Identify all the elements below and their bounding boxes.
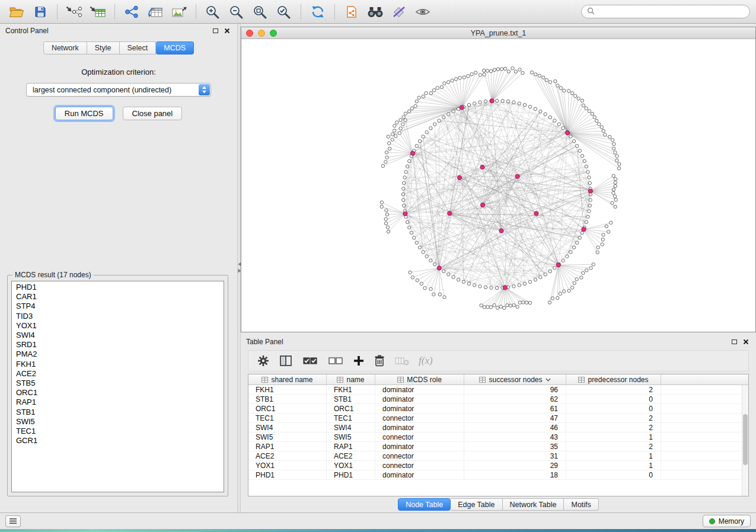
control-panel-close-button[interactable] xyxy=(222,26,232,36)
table-row[interactable]: YOX1YOX1connector291 xyxy=(248,461,748,470)
export-image-button[interactable] xyxy=(168,3,190,21)
tab-network-table[interactable]: Network Table xyxy=(503,498,564,511)
result-node[interactable]: FKH1 xyxy=(16,360,224,369)
result-node[interactable]: SWI4 xyxy=(16,331,224,340)
table-panel: Table Panel f(x) shared namenameMC xyxy=(241,335,756,512)
result-node[interactable]: RAP1 xyxy=(16,398,224,407)
column-header-predecessor-nodes[interactable]: predecessor nodes xyxy=(566,374,661,384)
table-scrollbar[interactable] xyxy=(742,385,748,496)
save-session-button[interactable] xyxy=(30,3,51,21)
column-settings-button[interactable] xyxy=(257,352,270,370)
result-node[interactable]: STP4 xyxy=(16,302,224,311)
export-document-button[interactable] xyxy=(341,3,362,21)
node-table-body: FKH1FKH1dominator962STB1STB1dominator620… xyxy=(248,385,748,480)
search-box[interactable] xyxy=(581,5,750,18)
result-node[interactable]: PMA2 xyxy=(16,350,224,359)
cell-filler xyxy=(661,470,748,479)
zoom-in-button[interactable] xyxy=(202,3,224,21)
zoom-out-button[interactable] xyxy=(226,3,247,21)
network-canvas[interactable] xyxy=(241,39,755,332)
tab-edge-table[interactable]: Edge Table xyxy=(451,498,502,511)
tab-motifs[interactable]: Motifs xyxy=(564,498,598,511)
panel-splitter[interactable] xyxy=(237,24,241,512)
table-row[interactable]: RAP1RAP1dominator352 xyxy=(248,442,748,451)
toolbar-separator xyxy=(114,4,115,20)
table-row[interactable]: ORC1ORC1dominator610 xyxy=(248,404,748,414)
tab-node-table[interactable]: Node Table xyxy=(398,498,451,511)
criterion-select[interactable]: largest connected component (undirected) xyxy=(26,83,211,97)
tab-select[interactable]: Select xyxy=(120,41,157,55)
network-window-titlebar[interactable]: YPA_prune.txt_1 xyxy=(241,27,755,39)
result-node[interactable]: YOX1 xyxy=(16,321,224,331)
import-network-button[interactable] xyxy=(63,3,85,21)
table-row[interactable]: PHD1PHD1dominator180 xyxy=(248,470,748,480)
memory-button[interactable]: Memory xyxy=(703,515,751,527)
panel-menu-button[interactable] xyxy=(5,515,21,527)
function-builder-button[interactable]: f(x) xyxy=(419,352,433,370)
first-neighbors-button[interactable] xyxy=(365,3,386,21)
result-node[interactable]: CAR1 xyxy=(16,292,224,302)
cell-name: ORC1 xyxy=(327,404,375,413)
search-input[interactable] xyxy=(598,8,744,16)
floppy-icon xyxy=(34,5,47,18)
result-node[interactable]: TEC1 xyxy=(16,427,224,436)
column-header-mcds-role[interactable]: MCDS role xyxy=(375,374,464,384)
result-node[interactable]: ORC1 xyxy=(16,388,224,398)
result-node[interactable]: ACE2 xyxy=(16,369,224,379)
deselect-all-button[interactable] xyxy=(327,352,344,370)
cell-shared-name: ACE2 xyxy=(248,451,327,460)
delete-column-button[interactable] xyxy=(394,352,410,370)
table-row[interactable]: TEC1TEC1connector472 xyxy=(248,414,748,423)
network-graph[interactable] xyxy=(241,39,755,332)
cell-filler xyxy=(661,395,748,403)
open-session-button[interactable] xyxy=(6,3,27,21)
result-node[interactable]: STB1 xyxy=(16,408,224,417)
result-node[interactable]: SRD1 xyxy=(16,340,224,350)
table-panel-float-button[interactable] xyxy=(729,337,739,347)
show-graphics-details-button[interactable] xyxy=(412,3,433,21)
add-row-button[interactable] xyxy=(353,352,365,370)
apply-layout-button[interactable] xyxy=(307,3,328,21)
column-header-name[interactable]: name xyxy=(327,374,375,384)
column-header-successor-nodes[interactable]: successor nodes xyxy=(464,374,566,384)
tab-style[interactable]: Style xyxy=(87,41,120,55)
scrollbar-thumb[interactable] xyxy=(743,414,748,465)
cell-mcds-role: dominator xyxy=(375,470,464,479)
import-table-button[interactable] xyxy=(87,3,109,21)
result-node[interactable]: SWI5 xyxy=(16,417,224,427)
table-row[interactable]: ACE2ACE2connector311 xyxy=(248,451,748,461)
new-network-button[interactable] xyxy=(121,3,142,21)
delete-row-button[interactable] xyxy=(374,352,385,370)
maximize-window-button[interactable] xyxy=(270,30,277,37)
cell-shared-name: SWI5 xyxy=(248,432,327,441)
table-row[interactable]: SWI4SWI4dominator462 xyxy=(248,423,748,432)
zoom-fit-icon xyxy=(253,5,268,19)
close-panel-button[interactable]: Close panel xyxy=(123,107,183,120)
column-header-shared-name[interactable]: shared name xyxy=(248,374,327,384)
cell-shared-name: PHD1 xyxy=(248,470,327,479)
result-node[interactable]: PHD1 xyxy=(16,283,224,292)
hide-selected-button[interactable] xyxy=(388,3,410,21)
table-row[interactable]: FKH1FKH1dominator962 xyxy=(248,385,748,395)
result-node[interactable]: STB5 xyxy=(16,379,224,388)
table-row[interactable]: SWI5SWI5connector431 xyxy=(248,432,748,442)
close-window-button[interactable] xyxy=(246,30,253,37)
table-panel-close-button[interactable] xyxy=(741,337,751,347)
table-panel-header: Table Panel xyxy=(241,335,756,349)
result-node[interactable]: GCR1 xyxy=(16,436,224,446)
tab-mcds[interactable]: MCDS xyxy=(156,41,194,55)
show-columns-button[interactable] xyxy=(279,352,293,370)
zoom-selected-button[interactable] xyxy=(273,3,295,21)
minimize-window-button[interactable] xyxy=(258,30,265,37)
cell-name: PHD1 xyxy=(327,470,375,479)
result-node[interactable]: TID3 xyxy=(16,312,224,321)
table-row[interactable]: STB1STB1dominator620 xyxy=(248,395,748,404)
control-panel-float-button[interactable] xyxy=(210,26,220,36)
mcds-result-list[interactable]: PHD1CAR1STP4TID3YOX1SWI4SRD1PMA2FKH1ACE2… xyxy=(11,281,224,492)
document-share-icon xyxy=(345,5,358,18)
select-all-button[interactable] xyxy=(302,352,318,370)
zoom-fit-button[interactable] xyxy=(250,3,271,21)
run-mcds-button[interactable]: Run MCDS xyxy=(55,107,113,120)
tab-network[interactable]: Network xyxy=(43,41,87,55)
new-network-table-button[interactable] xyxy=(145,3,166,21)
